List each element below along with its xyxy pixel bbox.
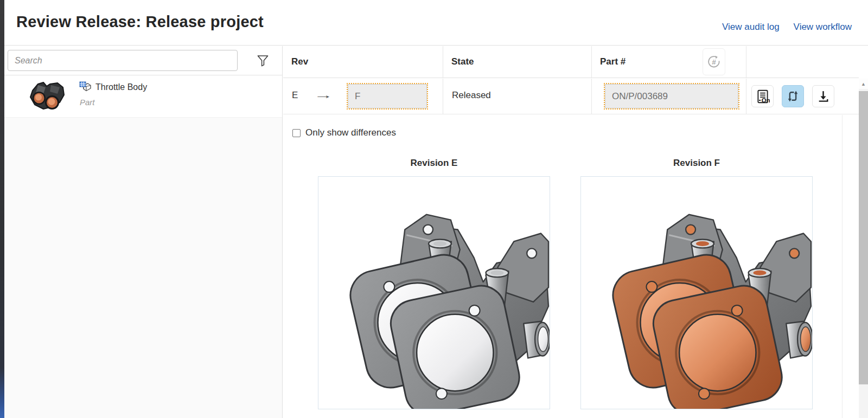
column-header-state: State <box>451 56 474 67</box>
column-header-rev: Rev <box>291 56 308 67</box>
column-header-part-number: Part # <box>600 56 626 67</box>
generate-part-number-button[interactable]: # <box>703 48 725 75</box>
only-show-differences-control[interactable]: Only show differences <box>292 127 396 138</box>
search-input[interactable] <box>8 50 238 71</box>
part-number-input[interactable] <box>605 84 738 108</box>
throttle-body-render-rev-e <box>318 177 550 409</box>
header-links: View audit log View workflow <box>722 22 852 33</box>
item-name: Throttle Body <box>95 82 147 92</box>
item-type: Part <box>80 98 95 107</box>
state-value: Released <box>452 90 491 101</box>
comparison-panel: Only show differences Revision E Revisio… <box>283 115 843 418</box>
filter-funnel-icon <box>257 55 269 67</box>
revision-f-title: Revision F <box>580 158 813 169</box>
part-studio-icon <box>79 81 92 93</box>
list-item-throttle-body[interactable]: Throttle Body Part <box>4 76 282 118</box>
part-number-field-highlight <box>604 83 739 110</box>
revision-e-image <box>318 176 550 409</box>
items-sidebar: Throttle Body Part <box>4 46 283 418</box>
download-button[interactable] <box>812 85 834 107</box>
hash-refresh-icon: # <box>706 54 722 69</box>
review-release-dialog: Review Release: Release project View aud… <box>4 0 868 418</box>
table-header-row: Rev State Part # # <box>283 46 859 78</box>
scrollbar-up-arrow-icon[interactable]: ▲ <box>859 79 868 89</box>
throttle-body-render-rev-f <box>581 177 812 409</box>
page-title: Review Release: Release project <box>16 13 264 31</box>
properties-button[interactable]: On <box>751 85 774 107</box>
vertical-scrollbar[interactable]: ▲ <box>859 79 868 418</box>
view-workflow-link[interactable]: View workflow <box>794 22 852 33</box>
compare-button[interactable] <box>782 85 804 107</box>
revision-from-value: E <box>292 90 298 101</box>
revision-f-image <box>580 176 813 409</box>
swap-arrows-icon <box>786 89 800 103</box>
only-show-differences-label: Only show differences <box>305 127 396 138</box>
download-icon <box>816 89 830 103</box>
table-row: E → Released <box>283 79 859 114</box>
svg-text:On: On <box>761 97 769 104</box>
search-row <box>4 46 282 75</box>
revision-to-input[interactable] <box>348 84 427 108</box>
document-on-icon: On <box>756 89 770 104</box>
filter-button[interactable] <box>253 51 272 70</box>
row-action-buttons: On <box>751 85 834 107</box>
scrollbar-thumb[interactable] <box>859 91 868 384</box>
review-release-dialog-screen: Review Release: Release project View aud… <box>0 0 868 418</box>
arrow-right-icon: → <box>314 89 333 101</box>
revision-to-field-highlight <box>347 83 428 110</box>
only-show-differences-checkbox[interactable] <box>292 129 301 137</box>
revision-e-title: Revision E <box>318 158 550 169</box>
background-page-strip <box>0 0 4 418</box>
view-audit-log-link[interactable]: View audit log <box>722 22 780 33</box>
dialog-header: Review Release: Release project View aud… <box>4 0 868 46</box>
svg-text:#: # <box>712 58 716 66</box>
throttle-body-thumbnail <box>27 79 68 114</box>
